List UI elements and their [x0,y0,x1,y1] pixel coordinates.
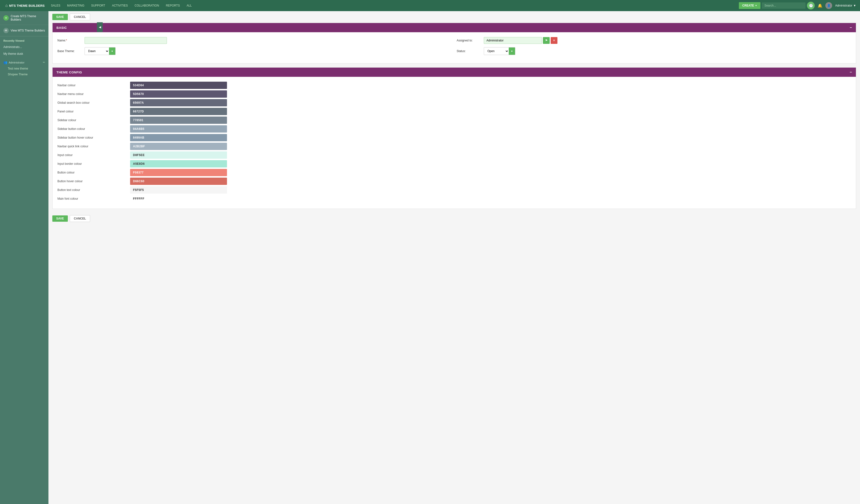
color-row: Navbar quick link colourA2B2BF [57,143,851,150]
status-select[interactable]: Open Closed In Progress [484,48,509,55]
assigned-to-input[interactable] [484,37,542,44]
theme-config-header: THEME CONFIG − [53,68,856,77]
sidebar-plus-icon: + [3,15,9,20]
nav-support[interactable]: SUPPORT [88,0,109,11]
color-label: Navbar colour [57,84,130,87]
color-swatch[interactable]: 66727D [130,108,227,115]
color-label: Global search box colour [57,101,130,104]
color-label: Sidebar button hover colour [57,136,130,139]
sidebar-item-shopee-theme[interactable]: Shopee Theme [0,71,48,77]
nav-collaboration[interactable]: COLLABORATION [131,0,162,11]
sidebar-eye-icon: 👁 [3,28,9,33]
sidebar-back-button[interactable]: ◀ [97,22,103,32]
nav-marketing[interactable]: MARKETING [64,0,88,11]
sidebar-item-label: My theme dusk [3,52,23,56]
basic-form-row-2: Base Theme: Dawn ▼ Status: Open [57,47,851,55]
main-content: SAVE CANCEL BASIC − Name:* Assigne [48,11,860,504]
color-label: Button colour [57,171,130,174]
nav-sales[interactable]: SALES [47,0,64,11]
sidebar-item-my-theme-dusk[interactable]: My theme dusk [0,51,48,57]
color-row: Global search box colour65697A [57,99,851,106]
status-label: Status: [457,49,481,53]
sidebar-group-title: 👥 Administrator ✏ [0,59,48,66]
color-row: Button text colourF5F5F5 [57,186,851,193]
status-group: Status: Open Closed In Progress ▼ [457,47,851,55]
color-swatch[interactable]: 534D64 [130,82,227,89]
color-swatch[interactable]: 5D5670 [130,90,227,98]
clock-icon-button[interactable]: 🕐 [807,2,815,10]
layout: + Create MTS Theme Builders 👁 View MTS T… [0,11,860,504]
color-swatch[interactable]: A5E8D6 [130,160,227,168]
theme-config-toggle[interactable]: − [849,70,852,74]
nav-all[interactable]: ALL [183,0,195,11]
basic-section-body: Name:* Assigned to: ⚑ ✕ [53,32,856,63]
base-theme-arrow: ▼ [109,47,115,55]
color-swatch[interactable]: F5F5F5 [130,186,227,193]
color-row: Main font colourFFFFFF [57,195,851,202]
save-button-bottom[interactable]: SAVE [52,215,68,222]
name-label: Name:* [57,39,82,42]
status-arrow: ▼ [509,47,515,55]
save-button-top[interactable]: SAVE [52,14,68,20]
color-row: Panel colour66727D [57,108,851,115]
sidebar-group-administrator: 👥 Administrator ✏ Test new theme Shopee … [0,57,48,79]
sidebar-item-test-new-theme[interactable]: Test new theme [0,66,48,71]
group-icon: 👥 [3,61,7,64]
color-swatch[interactable]: FFFFFF [130,195,227,202]
bottom-toolbar: SAVE CANCEL [48,213,860,225]
brand-logo[interactable]: ⌂ MTS THEME BUILDERS [2,3,47,8]
required-star: * [66,39,67,42]
theme-config-section: THEME CONFIG − Navbar colour534D64Navbar… [52,67,856,209]
sidebar-create-btn[interactable]: + Create MTS Theme Builders [0,11,48,25]
color-swatch[interactable]: A2B2BF [130,143,227,150]
color-label: Navbar quick link colour [57,145,130,148]
user-dropdown-icon: ▼ [853,4,856,7]
assigned-clear-button[interactable]: ✕ [551,37,557,44]
name-input[interactable] [85,37,167,44]
color-swatch[interactable]: D66C60 [130,178,227,185]
sidebar-group-edit[interactable]: ✏ [43,61,45,64]
caret-icon: ▼ [755,4,757,7]
create-button[interactable]: CREATE ▼ [739,2,760,9]
base-theme-select[interactable]: Dawn [85,48,109,55]
color-swatch[interactable]: 94A6B5 [130,125,227,132]
color-label: Button hover colour [57,179,130,183]
color-swatch[interactable]: 778591 [130,117,227,124]
basic-section: BASIC − Name:* Assigned to: ⚑ [52,23,856,63]
color-label: Main font colour [57,197,130,200]
color-label: Panel colour [57,110,130,113]
sidebar-view-btn[interactable]: 👁 View MTS Theme Builders [0,25,48,37]
color-label: Button text colour [57,188,130,192]
color-row: Navbar colour534D64 [57,82,851,89]
base-theme-group: Base Theme: Dawn ▼ [57,47,452,55]
user-menu[interactable]: Administrator ▼ [834,4,858,7]
theme-config-body: Navbar colour534D64Navbar menu colour5D5… [53,77,856,208]
sidebar-item-administrato[interactable]: Administrato... ✏ [0,44,48,51]
color-swatch[interactable]: 8499AB [130,134,227,141]
cancel-button-top[interactable]: CANCEL [70,14,90,20]
sidebar-view-label: View MTS Theme Builders [11,29,45,32]
nav-reports[interactable]: REPORTS [162,0,183,11]
cancel-button-bottom[interactable]: CANCEL [70,215,90,222]
home-icon: ⌂ [5,3,8,8]
color-swatch[interactable]: 65697A [130,99,227,106]
search-input[interactable] [762,2,805,9]
brand-name: MTS THEME BUILDERS [9,4,45,8]
top-toolbar: SAVE CANCEL [48,11,860,23]
color-label: Sidebar button colour [57,127,130,131]
sidebar-item-label: Administrato... [3,45,22,49]
base-theme-select-wrap: Dawn ▼ [85,47,116,55]
nav-activities[interactable]: ACTIVITIES [109,0,131,11]
basic-section-toggle[interactable]: − [849,26,852,30]
bell-icon-button[interactable]: 🔔 [816,2,824,10]
color-row: Sidebar colour778591 [57,117,851,124]
top-navbar: ⌂ MTS THEME BUILDERS SALES MARKETING SUP… [0,0,860,11]
basic-section-title: BASIC [56,26,67,30]
color-swatch[interactable]: F08377 [130,169,227,176]
color-row: Input colourD8F5EE [57,152,851,159]
assigned-select-button[interactable]: ⚑ [543,37,550,44]
color-row: Button colourF08377 [57,169,851,176]
color-row: Sidebar button hover colour8499AB [57,134,851,141]
color-swatch[interactable]: D8F5EE [130,152,227,159]
color-row: Sidebar button colour94A6B5 [57,125,851,132]
